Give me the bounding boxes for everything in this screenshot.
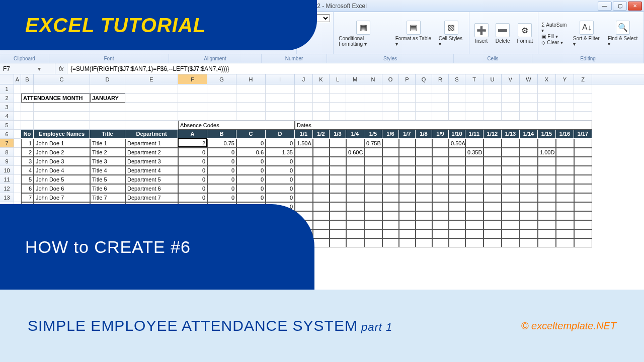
cell-date[interactable]: 0.50A (449, 139, 465, 148)
cell-date[interactable] (538, 175, 556, 184)
cell-date[interactable] (520, 193, 538, 202)
cell-L4[interactable] (330, 112, 346, 121)
cell-no[interactable]: 7 (21, 193, 34, 202)
cell-date[interactable] (382, 238, 399, 247)
cell-date[interactable] (556, 175, 574, 184)
cell-date[interactable] (520, 139, 538, 148)
cell-M4[interactable] (346, 112, 364, 121)
column-header-Q[interactable]: Q (416, 74, 432, 84)
cell-dept[interactable]: Department 2 (125, 148, 178, 157)
cell-date[interactable] (538, 193, 556, 202)
cell-date[interactable] (556, 157, 574, 166)
cell-N2[interactable] (364, 94, 382, 103)
cell-L2[interactable] (330, 94, 346, 103)
cell-W4[interactable] (520, 112, 538, 121)
cell-Q2[interactable] (416, 94, 432, 103)
cell-date[interactable] (399, 157, 416, 166)
cell-O4[interactable] (382, 112, 399, 121)
cell-date[interactable] (382, 202, 399, 211)
table-header-1/15[interactable]: 1/15 (538, 130, 556, 139)
cell-V1[interactable] (502, 84, 520, 94)
cell-A5[interactable] (14, 121, 21, 130)
table-header-No[interactable]: No (21, 130, 34, 139)
cell-name[interactable]: John Doe 6 (34, 184, 90, 193)
cell-code[interactable]: 0 (266, 184, 295, 193)
cell-date[interactable]: 0.60C (346, 148, 364, 157)
row-header-1[interactable]: 1 (0, 84, 14, 94)
cell-date[interactable] (556, 166, 574, 175)
cell-C1[interactable] (34, 84, 90, 94)
cell-date[interactable] (574, 238, 592, 247)
cell-A9[interactable] (14, 157, 21, 166)
cell-date[interactable] (538, 220, 556, 229)
cell-date[interactable] (449, 148, 465, 157)
delete-button[interactable]: ➖Delete (494, 22, 512, 45)
cell-K1[interactable] (313, 84, 330, 94)
cell-no[interactable]: 2 (21, 148, 34, 157)
clear-button[interactable]: ◇ Clear ▾ (541, 40, 568, 45)
cell-X3[interactable] (538, 103, 556, 112)
cell-date[interactable] (382, 184, 399, 193)
cell-date[interactable] (520, 220, 538, 229)
cell-Y1[interactable] (556, 84, 574, 94)
cell-B1[interactable] (21, 84, 34, 94)
cell-date[interactable] (330, 211, 346, 220)
cell-date[interactable] (330, 166, 346, 175)
cell-F3[interactable] (178, 103, 207, 112)
cell-C5[interactable] (34, 121, 90, 130)
column-header-G[interactable]: G (207, 74, 236, 84)
cell-date[interactable] (520, 157, 538, 166)
cell-date[interactable] (432, 166, 449, 175)
cell-E4[interactable] (125, 112, 178, 121)
cell-title[interactable]: Title 3 (90, 157, 125, 166)
cell-date[interactable] (556, 193, 574, 202)
cell-date[interactable] (364, 148, 382, 157)
cell-date[interactable] (502, 139, 520, 148)
cell-U2[interactable] (484, 94, 502, 103)
cell-dept[interactable]: Department 1 (125, 139, 178, 148)
name-box[interactable]: ▾ (0, 63, 55, 74)
cell-no[interactable]: 6 (21, 184, 34, 193)
cell-date[interactable] (484, 220, 502, 229)
cell-M3[interactable] (346, 103, 364, 112)
cell-date[interactable] (502, 148, 520, 157)
cell-I4[interactable] (266, 112, 295, 121)
cell-date[interactable] (484, 229, 502, 238)
cell-date[interactable] (382, 139, 399, 148)
cell-Y2[interactable] (556, 94, 574, 103)
cell-O1[interactable] (382, 84, 399, 94)
column-header-I[interactable]: I (266, 74, 295, 84)
cell-date[interactable] (364, 184, 382, 193)
table-header-1/2[interactable]: 1/2 (313, 130, 330, 139)
table-header-Employee Names[interactable]: Employee Names (34, 130, 90, 139)
cell-date[interactable] (330, 148, 346, 157)
column-headers[interactable]: ABCDEFGHIJKLMNOPQRSTUVWXYZ (0, 74, 644, 84)
row-header-12[interactable]: 12 (0, 184, 14, 193)
cell-title[interactable]: Title 7 (90, 193, 125, 202)
cell-date[interactable] (416, 175, 432, 184)
cell-A2[interactable] (14, 94, 21, 103)
cell-date[interactable] (465, 211, 484, 220)
cell-date[interactable] (432, 184, 449, 193)
cell-date[interactable] (364, 220, 382, 229)
column-header-W[interactable]: W (520, 74, 538, 84)
cell-B5[interactable] (21, 121, 34, 130)
cell-date[interactable] (382, 220, 399, 229)
cell-code[interactable]: 0 (178, 148, 207, 157)
cell-F1[interactable] (178, 84, 207, 94)
cell-title[interactable]: Title 1 (90, 139, 125, 148)
cell-date[interactable] (432, 193, 449, 202)
column-header-O[interactable]: O (382, 74, 399, 84)
cell-date[interactable] (574, 148, 592, 157)
row-header-8[interactable]: 8 (0, 148, 14, 157)
cell-W3[interactable] (520, 103, 538, 112)
cell-date[interactable] (416, 202, 432, 211)
cell-S3[interactable] (449, 103, 465, 112)
cell-date[interactable] (382, 148, 399, 157)
cell-date[interactable] (399, 139, 416, 148)
cell-date[interactable] (484, 202, 502, 211)
cell-date[interactable] (399, 220, 416, 229)
cell-date[interactable] (313, 220, 330, 229)
cell-Q3[interactable] (416, 103, 432, 112)
cell-date[interactable] (538, 184, 556, 193)
